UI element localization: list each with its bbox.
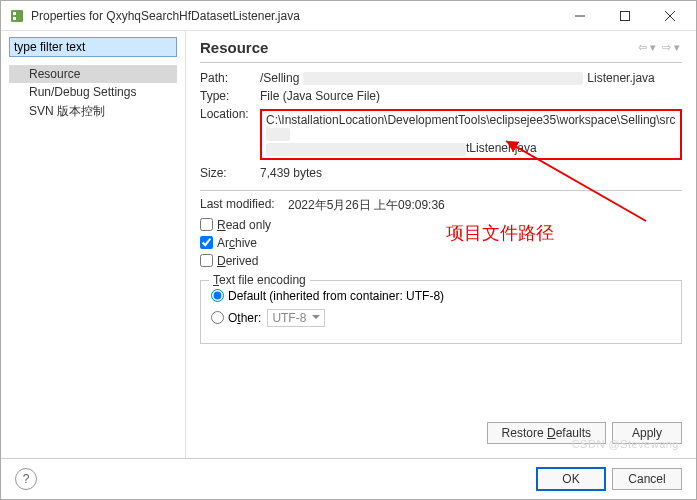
svg-rect-0 xyxy=(11,10,23,22)
properties-dialog: Properties for QxyhqSearchHfDatasetListe… xyxy=(0,0,697,500)
encoding-default-radio[interactable] xyxy=(211,289,224,302)
type-label: Type: xyxy=(200,89,260,103)
size-value: 7,439 bytes xyxy=(260,166,682,180)
last-modified-value: 2022年5月26日 上午09:09:36 xyxy=(288,197,682,214)
help-button[interactable]: ? xyxy=(15,468,37,490)
read-only-checkbox[interactable] xyxy=(200,218,213,231)
sidebar: Resource Run/Debug Settings SVN 版本控制 xyxy=(1,31,186,458)
derived-checkbox[interactable] xyxy=(200,254,213,267)
location-value: C:\InstallationLocation\DevelopmentTools… xyxy=(260,109,682,160)
encoding-group: Text file encoding Default (inherited fr… xyxy=(200,280,682,344)
filter-input[interactable] xyxy=(9,37,177,57)
nav-arrows: ⇦ ▾ ⇨ ▾ xyxy=(636,41,682,54)
forward-icon[interactable]: ⇨ ▾ xyxy=(660,41,682,54)
page-heading: Resource xyxy=(200,39,636,56)
type-value: File (Java Source File) xyxy=(260,89,682,103)
properties-icon xyxy=(9,8,25,24)
encoding-other-radio[interactable] xyxy=(211,311,224,324)
derived-label: Derived xyxy=(217,254,258,268)
svg-rect-4 xyxy=(620,11,629,20)
properties-tree: Resource Run/Debug Settings SVN 版本控制 xyxy=(9,65,177,122)
path-label: Path: xyxy=(200,71,260,85)
archive-label: Archive xyxy=(217,236,257,250)
maximize-button[interactable] xyxy=(602,2,647,30)
tree-item-svn[interactable]: SVN 版本控制 xyxy=(9,101,177,122)
footer: ? OK Cancel xyxy=(1,458,696,499)
encoding-select[interactable]: UTF-8 xyxy=(267,309,325,327)
read-only-label: RRead onlyead only xyxy=(217,218,271,232)
encoding-default-label: Default (inherited from container: UTF-8… xyxy=(228,289,444,303)
cancel-button[interactable]: Cancel xyxy=(612,468,682,490)
back-icon[interactable]: ⇦ ▾ xyxy=(636,41,658,54)
location-label: Location: xyxy=(200,107,260,121)
minimize-button[interactable] xyxy=(557,2,602,30)
ok-button[interactable]: OK xyxy=(536,467,606,491)
size-label: Size: xyxy=(200,166,260,180)
tree-item-run-debug[interactable]: Run/Debug Settings xyxy=(9,83,177,101)
close-button[interactable] xyxy=(647,2,692,30)
window-title: Properties for QxyhqSearchHfDatasetListe… xyxy=(31,9,557,23)
svg-rect-2 xyxy=(13,17,16,20)
blurred-text xyxy=(303,72,583,85)
encoding-other-label: Other: xyxy=(228,311,261,325)
tree-item-resource[interactable]: Resource xyxy=(9,65,177,83)
path-value: /Selling Listener.java xyxy=(260,71,682,85)
archive-checkbox[interactable] xyxy=(200,236,213,249)
titlebar: Properties for QxyhqSearchHfDatasetListe… xyxy=(1,1,696,31)
last-modified-label: Last modified: xyxy=(200,197,288,214)
encoding-group-label: Text file encoding xyxy=(209,273,310,287)
main-panel: Resource ⇦ ▾ ⇨ ▾ Path: /Selling Listener… xyxy=(186,31,696,458)
watermark: CSDN @Stevewang xyxy=(572,438,679,450)
annotation-label: 项目文件路径 xyxy=(446,221,554,245)
svg-rect-1 xyxy=(13,12,16,15)
